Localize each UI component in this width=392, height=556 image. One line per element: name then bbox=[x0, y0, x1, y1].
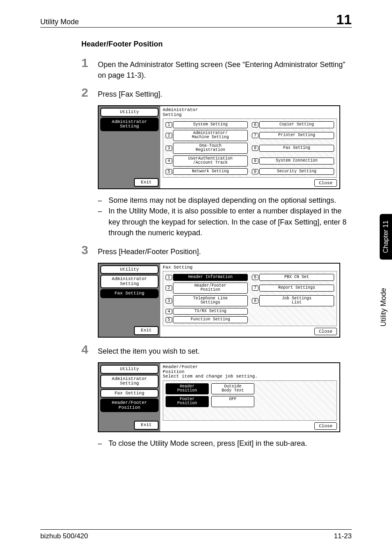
screenshot-main: Fax Setting 1Header Information6PBX CN S… bbox=[160, 264, 339, 337]
menu-item[interactable]: 4UserAuthentication /Account Track bbox=[166, 155, 248, 167]
bullet-dash: – bbox=[98, 438, 102, 449]
footer-product: bizhub 500/420 bbox=[40, 532, 88, 540]
bullet-dash: – bbox=[98, 195, 102, 206]
menu-item-number: 5 bbox=[166, 169, 172, 174]
menu-item-number: 6 bbox=[252, 122, 258, 127]
screenshot-main: Administrator Setting 1System Setting6Co… bbox=[160, 106, 339, 188]
menu-item-label: TX/RX Setting bbox=[173, 308, 248, 315]
menu-item-number: 8 bbox=[252, 298, 258, 303]
step-3: 3 Press [Header/Footer Position]. bbox=[81, 244, 352, 257]
fax-setting-tab[interactable]: Fax Setting bbox=[100, 389, 159, 398]
admin-setting-tab[interactable]: Administrator Setting bbox=[100, 118, 159, 131]
footer-position-button[interactable]: Footer Position bbox=[166, 396, 209, 407]
menu-item-number: 8 bbox=[252, 146, 258, 151]
menu-item[interactable]: 5Network Setting bbox=[166, 168, 248, 175]
menu-item-label: Header Information bbox=[173, 274, 248, 281]
screen-subtitle: Select item and change job setting. bbox=[163, 374, 258, 379]
menu-item[interactable]: 1Header Information bbox=[166, 274, 248, 281]
step-text: Press [Header/Footer Position]. bbox=[98, 244, 201, 257]
menu-item[interactable]: 8Job Settings List bbox=[252, 295, 334, 306]
close-button[interactable]: Close bbox=[314, 422, 337, 430]
admin-setting-screenshot: Utility Administrator Setting Exit Admin… bbox=[98, 105, 340, 189]
menu-item[interactable]: 2Administrator/ Machine Setting bbox=[166, 130, 248, 141]
menu-item[interactable]: 7Printer Setting bbox=[252, 130, 334, 141]
utility-tab[interactable]: Utility bbox=[100, 365, 159, 374]
fax-setting-screenshot: Utility Administrator Setting Fax Settin… bbox=[98, 263, 340, 338]
menu-item-number: 9 bbox=[252, 158, 258, 164]
close-button[interactable]: Close bbox=[314, 328, 337, 335]
menu-item[interactable]: 4TX/RX Setting bbox=[166, 308, 248, 315]
header-position-value: Outside Body Text bbox=[211, 383, 254, 394]
section-title: Header/Footer Position bbox=[81, 40, 352, 49]
menu-item[interactable]: 8Fax Setting bbox=[252, 143, 334, 154]
utility-tab[interactable]: Utility bbox=[100, 108, 159, 117]
menu-item-label: Header/Footer Position bbox=[173, 283, 248, 294]
menu-item-number: 2 bbox=[166, 285, 172, 291]
menu-item-label: Copier Setting bbox=[259, 121, 334, 128]
menu-item-number: 2 bbox=[166, 133, 172, 138]
menu-item[interactable]: 6Copier Setting bbox=[252, 121, 334, 128]
side-chapter-tab: Chapter 11 bbox=[380, 214, 392, 259]
header-footer-position-screenshot: Utility Administrator Setting Fax Settin… bbox=[98, 362, 340, 432]
menu-item[interactable]: 3Telephone Line Settings bbox=[166, 295, 248, 306]
side-mode-label: Utility Mode bbox=[379, 288, 388, 327]
menu-item-label: Report Settings bbox=[259, 285, 334, 292]
page-footer: bizhub 500/420 11-23 bbox=[40, 529, 352, 540]
menu-item[interactable]: 7Report Settings bbox=[252, 283, 334, 294]
menu-item-number: 1 bbox=[166, 275, 172, 280]
fax-setting-tab[interactable]: Fax Setting bbox=[100, 289, 159, 298]
exit-button[interactable]: Exit bbox=[134, 421, 159, 430]
utility-tab[interactable]: Utility bbox=[100, 265, 159, 274]
footer-position-value: OFF bbox=[211, 396, 254, 407]
menu-item[interactable]: 6PBX CN Set bbox=[252, 274, 334, 281]
menu-item-label: System Setting bbox=[173, 121, 248, 128]
exit-button[interactable]: Exit bbox=[134, 178, 159, 187]
step-text: Press [Fax Setting]. bbox=[98, 86, 162, 100]
menu-item-number: 7 bbox=[252, 133, 258, 138]
step-2: 2 Press [Fax Setting]. bbox=[81, 86, 352, 100]
screen-title-line1: Header/Footer Position bbox=[163, 364, 198, 374]
header-footer-tab[interactable]: Header/Footer Position bbox=[100, 398, 159, 412]
menu-item-label: Administrator/ Machine Setting bbox=[173, 130, 248, 141]
note-text: Some items may not be displayed dependin… bbox=[108, 195, 336, 206]
screenshot-main: Header/Footer Position Select item and c… bbox=[160, 363, 339, 431]
note-text: In the Utility Mode, it is also possible… bbox=[108, 206, 352, 238]
screen-title: Administrator Setting bbox=[163, 108, 337, 117]
footer-page-number: 11-23 bbox=[334, 532, 352, 540]
screen-title: Header/Footer Position Select item and c… bbox=[163, 365, 337, 379]
step-number: 1 bbox=[81, 57, 98, 69]
menu-item[interactable]: 5Function Setting bbox=[166, 316, 248, 323]
note-text: To close the Utility Mode screen, press … bbox=[108, 438, 307, 449]
menu-item-label: System Connection bbox=[259, 158, 334, 164]
menu-item-label: Security Setting bbox=[259, 168, 334, 175]
bullet-dash: – bbox=[98, 206, 102, 238]
menu-item[interactable]: 1System Setting bbox=[166, 121, 248, 128]
menu-item-number: 5 bbox=[166, 317, 172, 322]
menu-item-label: Telephone Line Settings bbox=[173, 295, 248, 306]
screen-title: Fax Setting bbox=[163, 265, 337, 270]
menu-item-number: 3 bbox=[166, 298, 172, 303]
menu-item[interactable]: 3One-Touch Registration bbox=[166, 143, 248, 154]
menu-item-label: Job Settings List bbox=[259, 295, 334, 306]
menu-item-number: 0 bbox=[252, 169, 258, 174]
menu-item-number: 7 bbox=[252, 285, 258, 291]
step2-notes: – Some items may not be displayed depend… bbox=[98, 195, 352, 238]
menu-item-label: UserAuthentication /Account Track bbox=[173, 155, 248, 167]
menu-item-label: Printer Setting bbox=[259, 132, 334, 139]
menu-item[interactable]: 2Header/Footer Position bbox=[166, 283, 248, 294]
step-number: 2 bbox=[81, 86, 98, 99]
exit-button[interactable]: Exit bbox=[134, 326, 159, 335]
step4-notes: – To close the Utility Mode screen, pres… bbox=[98, 438, 352, 449]
menu-item-label: Function Setting bbox=[173, 316, 248, 323]
step-number: 4 bbox=[81, 343, 98, 356]
header-left: Utility Mode bbox=[40, 18, 79, 26]
header-position-button[interactable]: Header Position bbox=[166, 383, 209, 394]
admin-setting-tab[interactable]: Administrator Setting bbox=[100, 375, 159, 388]
menu-item[interactable]: 9System Connection bbox=[252, 155, 334, 167]
menu-item[interactable]: 0Security Setting bbox=[252, 168, 334, 175]
menu-item-label: PBX CN Set bbox=[259, 274, 334, 281]
menu-item-label: One-Touch Registration bbox=[173, 143, 248, 154]
close-button[interactable]: Close bbox=[314, 179, 337, 187]
admin-setting-tab[interactable]: Administrator Setting bbox=[100, 275, 159, 288]
menu-item-label: Fax Setting bbox=[259, 145, 334, 152]
